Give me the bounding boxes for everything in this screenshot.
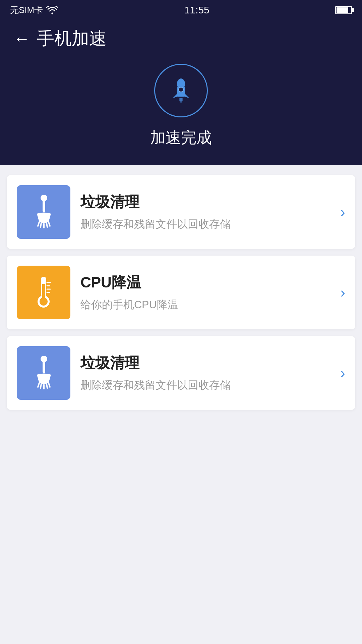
header: ← 手机加速 加速完成 [0, 20, 362, 165]
trash-clean-content-2: 垃圾清理 删除缓存和残留文件以回收存储 [80, 353, 330, 393]
header-top: ← 手机加速 [13, 27, 349, 50]
battery-icon [335, 6, 352, 14]
content-area: 垃圾清理 删除缓存和残留文件以回收存储 › CPU降温 [0, 165, 362, 420]
trash-clean-card-1[interactable]: 垃圾清理 删除缓存和残留文件以回收存储 › [7, 175, 355, 249]
svg-point-2 [179, 87, 183, 92]
wifi-icon [46, 6, 58, 14]
trash-clean-desc-1: 删除缓存和残留文件以回收存储 [80, 216, 330, 232]
trash-clean-desc-2: 删除缓存和残留文件以回收存储 [80, 377, 330, 393]
arrow-icon-2: › [340, 284, 345, 301]
time-display: 11:55 [184, 4, 209, 16]
rocket-icon [166, 75, 196, 106]
thermometer-icon [30, 274, 57, 311]
trash-clean-title-1: 垃圾清理 [80, 192, 330, 212]
cpu-cool-desc: 给你的手机CPU降温 [80, 297, 330, 313]
status-bar: 无SIM卡 11:55 [0, 0, 362, 20]
svg-point-16 [40, 298, 48, 306]
svg-line-9 [41, 223, 41, 227]
svg-line-24 [41, 384, 41, 388]
svg-line-11 [47, 223, 47, 227]
svg-point-7 [41, 195, 47, 201]
arrow-icon-1: › [340, 204, 345, 220]
trash-icon-bg-2 [17, 346, 70, 400]
rocket-circle [154, 64, 208, 117]
no-sim-text: 无SIM卡 [10, 4, 43, 16]
cpu-cool-title: CPU降温 [80, 273, 330, 292]
arrow-icon-3: › [340, 365, 345, 381]
trash-clean-content-1: 垃圾清理 删除缓存和残留文件以回收存储 [80, 192, 330, 232]
cpu-cool-card[interactable]: CPU降温 给你的手机CPU降温 › [7, 256, 355, 329]
svg-line-23 [38, 383, 39, 387]
svg-line-26 [47, 384, 47, 388]
svg-line-27 [49, 383, 50, 387]
complete-label: 加速完成 [150, 127, 212, 148]
status-right [335, 6, 352, 14]
cpu-cool-content: CPU降温 给你的手机CPU降温 [80, 273, 330, 313]
svg-line-12 [49, 222, 50, 226]
broom-icon-1 [28, 195, 59, 229]
broom-icon-2 [28, 356, 59, 390]
cpu-icon-bg [17, 266, 70, 319]
back-button[interactable]: ← [13, 29, 30, 48]
trash-clean-title-2: 垃圾清理 [80, 353, 330, 373]
trash-clean-card-2[interactable]: 垃圾清理 删除缓存和残留文件以回收存储 › [7, 336, 355, 410]
trash-icon-bg-1 [17, 185, 70, 239]
svg-line-8 [38, 222, 39, 226]
status-left: 无SIM卡 [10, 4, 58, 16]
svg-point-22 [41, 356, 47, 362]
page-title: 手机加速 [37, 27, 107, 50]
